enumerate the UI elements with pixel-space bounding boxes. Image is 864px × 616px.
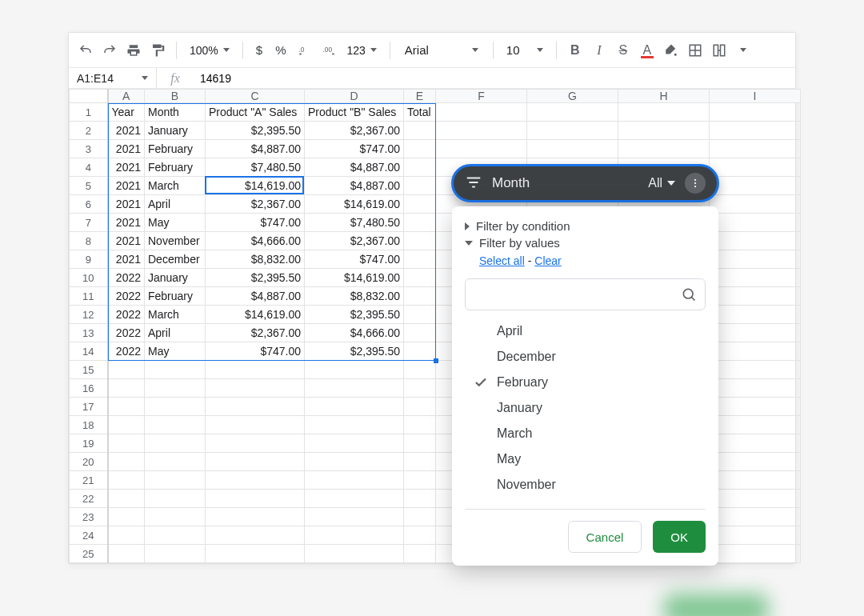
cell[interactable]: $2,367.00	[305, 122, 404, 140]
cell[interactable]: $7,480.50	[305, 214, 404, 232]
fill-color-button[interactable]	[661, 40, 682, 61]
cell[interactable]	[206, 361, 305, 379]
name-box[interactable]: A1:E14	[69, 68, 157, 88]
col-header-H[interactable]: H	[618, 90, 710, 103]
cell[interactable]	[206, 416, 305, 434]
row-header[interactable]: 9	[70, 250, 108, 269]
cell[interactable]: $2,367.00	[206, 324, 305, 342]
cell[interactable]: $14,619.00	[206, 177, 305, 195]
cell[interactable]: $4,887.00	[305, 158, 404, 177]
cell[interactable]	[206, 471, 305, 490]
cell[interactable]	[527, 122, 618, 140]
cell[interactable]	[710, 287, 801, 306]
cell[interactable]: $8,832.00	[305, 287, 404, 306]
row-header[interactable]: 17	[70, 398, 108, 416]
cell[interactable]: 2022	[108, 342, 145, 361]
cell[interactable]: March	[145, 306, 206, 324]
cell[interactable]: April	[145, 324, 206, 342]
cell[interactable]	[436, 103, 527, 122]
col-header-C[interactable]: C	[206, 90, 305, 103]
row-header[interactable]: 10	[70, 269, 108, 287]
cell[interactable]: 2021	[108, 214, 145, 232]
cell[interactable]	[108, 379, 145, 398]
cell[interactable]	[404, 379, 436, 398]
cell[interactable]: $2,395.50	[206, 269, 305, 287]
cell[interactable]	[206, 490, 305, 508]
cell[interactable]	[436, 122, 527, 140]
row-header[interactable]: 7	[70, 214, 108, 232]
cell[interactable]	[404, 195, 436, 214]
cell[interactable]: March	[145, 177, 206, 195]
cell[interactable]	[206, 508, 305, 526]
col-header-B[interactable]: B	[145, 90, 206, 103]
more-toolbar-button[interactable]	[733, 40, 754, 61]
cell[interactable]	[710, 342, 801, 361]
cell[interactable]: February	[145, 140, 206, 158]
row-header[interactable]: 6	[70, 195, 108, 214]
cancel-button[interactable]: Cancel	[568, 521, 642, 553]
cell[interactable]	[404, 324, 436, 342]
cell[interactable]: $2,395.50	[305, 342, 404, 361]
filter-by-condition-toggle[interactable]: Filter by condition	[465, 218, 706, 234]
cell[interactable]	[404, 232, 436, 250]
filter-value-item[interactable]: April	[465, 318, 706, 344]
cell[interactable]: $14,619.00	[305, 195, 404, 214]
filter-value-item[interactable]: March	[465, 421, 706, 446]
row-header[interactable]: 2	[70, 122, 108, 140]
clear-link[interactable]: Clear	[534, 254, 561, 267]
cell[interactable]	[710, 269, 801, 287]
filter-chip[interactable]: Month All	[451, 164, 719, 202]
cell[interactable]	[305, 398, 404, 416]
row-header[interactable]: 16	[70, 379, 108, 398]
cell[interactable]	[404, 526, 436, 545]
cell[interactable]	[108, 398, 145, 416]
cell[interactable]: $747.00	[206, 342, 305, 361]
cell[interactable]	[618, 140, 710, 158]
col-header-E[interactable]: E	[404, 90, 436, 103]
ok-button[interactable]: OK	[653, 521, 706, 553]
cell[interactable]	[710, 306, 801, 324]
percent-button[interactable]: %	[270, 43, 290, 57]
cell[interactable]	[305, 434, 404, 453]
cell[interactable]: $2,367.00	[206, 195, 305, 214]
cell[interactable]: Total	[404, 103, 436, 122]
cell[interactable]	[404, 490, 436, 508]
cell[interactable]	[618, 103, 710, 122]
currency-button[interactable]: $	[251, 43, 267, 57]
cell[interactable]	[145, 379, 206, 398]
filter-by-values-toggle[interactable]: Filter by values	[465, 234, 706, 251]
cell[interactable]: 2022	[108, 306, 145, 324]
font-size-select[interactable]: 10	[502, 40, 548, 61]
row-header[interactable]: 8	[70, 232, 108, 250]
cell[interactable]	[710, 122, 801, 140]
cell[interactable]: Product "B" Sales	[305, 103, 404, 122]
cell[interactable]	[404, 177, 436, 195]
cell[interactable]	[710, 177, 801, 195]
cell[interactable]	[404, 342, 436, 361]
cell[interactable]	[404, 306, 436, 324]
cell[interactable]	[710, 214, 801, 232]
cell[interactable]	[206, 526, 305, 545]
cell[interactable]	[527, 140, 618, 158]
zoom-select[interactable]: 100%	[185, 44, 234, 57]
cell[interactable]	[527, 103, 618, 122]
cell[interactable]: May	[145, 342, 206, 361]
cell[interactable]	[710, 398, 801, 416]
cell[interactable]: 2021	[108, 195, 145, 214]
cell[interactable]: 2022	[108, 287, 145, 306]
cell[interactable]: $4,666.00	[206, 232, 305, 250]
cell[interactable]	[108, 471, 145, 490]
cell[interactable]: Product "A" Sales	[206, 103, 305, 122]
cell[interactable]: 2022	[108, 269, 145, 287]
cell[interactable]: April	[145, 195, 206, 214]
cell[interactable]	[145, 361, 206, 379]
cell[interactable]	[404, 269, 436, 287]
cell[interactable]: February	[145, 287, 206, 306]
cell[interactable]	[404, 508, 436, 526]
cell[interactable]: 2021	[108, 122, 145, 140]
cell[interactable]	[618, 122, 710, 140]
cell[interactable]: $14,619.00	[206, 306, 305, 324]
cell[interactable]	[710, 545, 801, 563]
filter-value-item[interactable]: January	[465, 395, 706, 421]
cell[interactable]	[710, 140, 801, 158]
